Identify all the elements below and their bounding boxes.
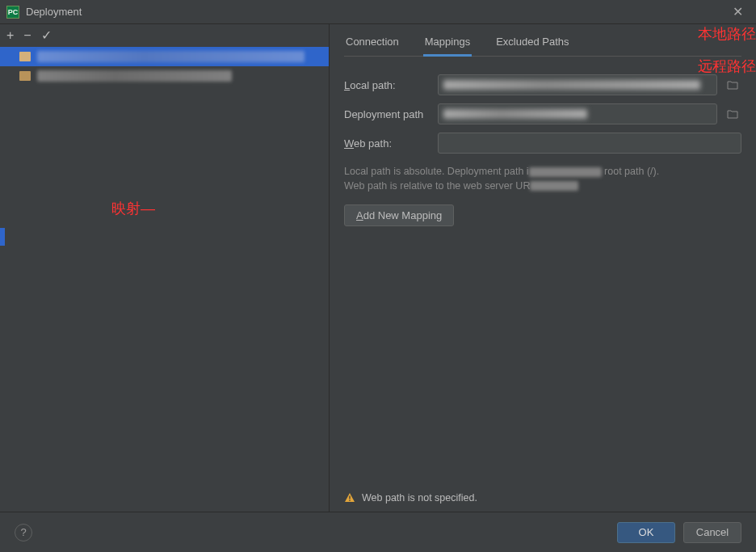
- folder-icon: [19, 52, 31, 61]
- svg-rect-0: [349, 496, 350, 499]
- settings-panel: Connection Mappings Excluded Paths Local…: [330, 24, 756, 512]
- server-item-selected[interactable]: [0, 47, 329, 66]
- server-name-redacted: [37, 51, 304, 62]
- add-server-icon[interactable]: +: [6, 29, 14, 42]
- tab-mappings[interactable]: Mappings: [423, 31, 472, 57]
- browse-deployment-icon[interactable]: [724, 103, 741, 124]
- local-path-row: Local path:: [344, 71, 741, 99]
- deployment-path-input[interactable]: [438, 103, 717, 124]
- deployment-path-label: Deployment path: [344, 108, 431, 120]
- tabs: Connection Mappings Excluded Paths: [344, 31, 741, 57]
- window-title: Deployment: [26, 6, 82, 18]
- add-new-mapping-button[interactable]: Add New Mapping: [344, 204, 454, 226]
- close-icon[interactable]: ✕: [726, 4, 750, 19]
- remove-server-icon[interactable]: −: [23, 29, 31, 42]
- warning-icon: [344, 492, 355, 504]
- titlebar: PC Deployment ✕: [0, 0, 756, 24]
- web-path-label: Web path:: [344, 137, 431, 150]
- selection-indicator: [0, 228, 5, 246]
- web-path-input[interactable]: [438, 133, 741, 154]
- ok-button[interactable]: OK: [617, 522, 675, 543]
- server-item[interactable]: [0, 66, 329, 86]
- server-toolbar: + − ✓: [0, 24, 329, 47]
- help-button[interactable]: ?: [15, 524, 32, 541]
- app-icon: PC: [6, 6, 19, 19]
- mapping-form: Local path: Deployment path Web path: Lo…: [344, 71, 741, 226]
- dialog-footer: ? OK Cancel: [0, 512, 756, 552]
- warning-text: Web path is not specified.: [362, 492, 477, 504]
- local-path-input[interactable]: [438, 74, 717, 95]
- help-text: Local path is absolute. Deployment path …: [344, 165, 741, 193]
- server-list-panel: + − ✓ 映射—: [0, 24, 330, 512]
- tab-excluded-paths[interactable]: Excluded Paths: [494, 31, 570, 56]
- server-name-redacted: [37, 70, 232, 82]
- svg-rect-1: [349, 500, 350, 501]
- tab-connection[interactable]: Connection: [344, 31, 401, 56]
- folder-icon: [19, 71, 31, 81]
- warning-row: Web path is not specified.: [344, 492, 741, 504]
- set-default-icon[interactable]: ✓: [41, 29, 52, 42]
- deployment-path-row: Deployment path: [344, 100, 741, 128]
- cancel-button[interactable]: Cancel: [683, 522, 741, 543]
- local-path-label: Local path:: [344, 79, 431, 91]
- browse-local-icon[interactable]: [724, 74, 741, 95]
- web-path-row: Web path:: [344, 129, 741, 157]
- annotation-mapping: 映射—: [111, 199, 155, 218]
